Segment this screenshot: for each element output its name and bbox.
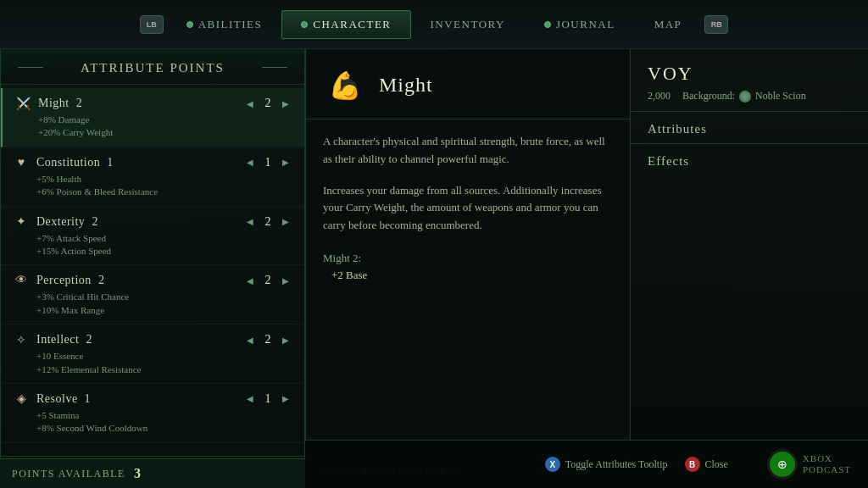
detail-description: A character's physical and spiritual str… <box>323 133 613 169</box>
attribute-item-resolve[interactable]: ◈ Resolve 1 ◀ 1 ▶ +5 Stamina+8% Second W… <box>1 384 304 443</box>
resolve-icon: ◈ <box>13 391 30 408</box>
detail-stat-value: +2 Base <box>323 269 613 282</box>
currency-display: 2,000 <box>648 90 670 103</box>
intellect-controls: ◀ 2 ▶ <box>243 333 292 347</box>
intellect-name: Intellect <box>36 333 79 347</box>
svg-text:⊕: ⊕ <box>777 458 787 471</box>
constitution-decrease-button[interactable]: ◀ <box>243 156 257 169</box>
might-increase-button[interactable]: ▶ <box>279 97 292 110</box>
perception-controls: ◀ 2 ▶ <box>243 274 292 287</box>
might-value: 2 <box>260 97 275 110</box>
dexterity-bonus: +7% Attack Speed+15% Action Speed <box>13 232 292 258</box>
xbox-branding: ⊕ XBOX PODCAST <box>754 449 851 480</box>
detail-effect: Increases your damage from all sources. … <box>323 182 613 235</box>
nav-items: ABILITIES CHARACTER INVENTORY JOURNAL MA… <box>167 10 702 39</box>
detail-header: 💪 Might <box>306 49 630 119</box>
might-icon: ⚔️ <box>14 95 31 112</box>
nav-dot-journal <box>544 21 551 28</box>
perception-value: 2 <box>260 274 275 287</box>
attribute-item-intellect[interactable]: ✧ Intellect 2 ◀ 2 ▶ +10 Essence+12% Elem… <box>1 324 304 384</box>
constitution-level: 1 <box>107 156 113 169</box>
character-name: VOY <box>648 63 851 85</box>
resolve-bonus: +5 Stamina+8% Second Wind Cooldown <box>13 409 292 435</box>
effects-header: Effects <box>648 154 851 169</box>
perception-decrease-button[interactable]: ◀ <box>243 274 257 287</box>
nav-item-journal[interactable]: JOURNAL <box>525 10 635 39</box>
constitution-increase-button[interactable]: ▶ <box>279 156 292 169</box>
detail-stat-label: Might 2: <box>323 252 613 265</box>
attribute-name-group-intellect: ✧ Intellect 2 <box>13 331 92 348</box>
toggle-tooltip-label: Toggle Attributes Tooltip <box>565 458 668 471</box>
dexterity-icon: ✦ <box>13 214 30 230</box>
dexterity-decrease-button[interactable]: ◀ <box>243 215 257 229</box>
perception-icon: 👁 <box>13 272 30 289</box>
detail-stat-section: Might 2: +2 Base <box>323 252 613 282</box>
panel-header: Attribute Points <box>1 49 304 85</box>
points-available-bar: POINTS AVAILABLE 3 <box>0 458 305 488</box>
intellect-bonus: +10 Essence+12% Elemental Resistance <box>13 350 292 376</box>
bottom-bar: X Toggle Attributes Tooltip B Close ⊕ XB… <box>305 440 868 488</box>
perception-level: 2 <box>98 274 104 287</box>
attribute-name-group-might: ⚔️ Might 2 <box>14 95 82 112</box>
intellect-increase-button[interactable]: ▶ <box>279 333 292 347</box>
detail-icon: 💪 <box>323 63 367 107</box>
attribute-name-group-resolve: ◈ Resolve 1 <box>13 391 91 408</box>
close-label: Close <box>705 458 728 471</box>
attribute-item-constitution[interactable]: ♥ Constitution 1 ◀ 1 ▶ +5% Health+6% Poi… <box>1 147 304 207</box>
resolve-controls: ◀ 1 ▶ <box>243 392 292 406</box>
might-name: Might <box>38 97 70 110</box>
dexterity-name: Dexterity <box>36 215 85 229</box>
nav-item-character[interactable]: CHARACTER <box>281 10 410 39</box>
nav-item-map[interactable]: MAP <box>635 10 702 39</box>
points-label: POINTS AVAILABLE <box>12 468 125 480</box>
left-bumper[interactable]: LB <box>140 15 164 34</box>
xbox-logo-icon: ⊕ <box>767 449 798 480</box>
resolve-increase-button[interactable]: ▶ <box>279 392 292 406</box>
perception-increase-button[interactable]: ▶ <box>279 274 292 287</box>
resolve-name: Resolve <box>36 392 78 406</box>
attributes-section-header: Attributes <box>631 112 868 144</box>
dexterity-controls: ◀ 2 ▶ <box>243 215 292 229</box>
resolve-level: 1 <box>85 392 91 406</box>
character-name-area: VOY 2,000 Background: Noble Scion <box>631 49 868 112</box>
attributes-list: ⚔️ Might 2 ◀ 2 ▶ +8% Damage+20% Carry We… <box>1 85 304 456</box>
might-decrease-button[interactable]: ◀ <box>243 97 257 110</box>
right-bumper[interactable]: RB <box>704 15 728 34</box>
constitution-controls: ◀ 1 ▶ <box>243 156 292 169</box>
background-value: Noble Scion <box>755 90 806 103</box>
detail-title: Might <box>379 74 433 97</box>
resolve-decrease-button[interactable]: ◀ <box>243 392 257 406</box>
resolve-value: 1 <box>260 392 275 406</box>
intellect-decrease-button[interactable]: ◀ <box>243 333 257 347</box>
might-level: 2 <box>76 97 82 110</box>
nav-label-inventory: INVENTORY <box>431 18 505 31</box>
nav-label-abilities: ABILITIES <box>198 18 263 31</box>
perception-bonus: +3% Critical Hit Chance+10% Max Range <box>13 291 292 317</box>
intellect-value: 2 <box>260 333 275 347</box>
close-key-badge: B <box>685 457 700 472</box>
main-content: Attribute Points ⚔️ Might 2 ◀ 2 ▶ +8% <box>0 49 868 488</box>
attribute-item-might[interactable]: ⚔️ Might 2 ◀ 2 ▶ +8% Damage+20% Carry We… <box>1 88 304 147</box>
effects-section: Effects <box>631 144 868 186</box>
nav-item-abilities[interactable]: ABILITIES <box>167 10 282 39</box>
points-count: 3 <box>134 466 141 481</box>
background-text: Background: <box>682 90 735 103</box>
attribute-item-dexterity[interactable]: ✦ Dexterity 2 ◀ 2 ▶ +7% Attack Speed+15%… <box>1 207 304 266</box>
close-action[interactable]: B Close <box>685 457 728 472</box>
attribute-item-perception[interactable]: 👁 Perception 2 ◀ 2 ▶ +3% Critical Hit Ch… <box>1 265 304 324</box>
nav-dot-abilities <box>186 21 193 28</box>
might-controls: ◀ 2 ▶ <box>243 97 292 110</box>
constitution-name: Constitution <box>36 156 100 169</box>
toggle-tooltip-action[interactable]: X Toggle Attributes Tooltip <box>545 457 668 472</box>
middle-panel: 💪 Might A character's physical and spiri… <box>305 49 631 488</box>
might-bonus: +8% Damage+20% Carry Weight <box>14 114 292 140</box>
attribute-name-group-perception: 👁 Perception 2 <box>13 272 104 289</box>
constitution-value: 1 <box>260 156 275 169</box>
right-panel: VOY 2,000 Background: Noble Scion Attrib… <box>631 49 868 488</box>
intellect-level: 2 <box>86 333 92 347</box>
toggle-key-badge: X <box>545 457 560 472</box>
background-icon <box>739 91 751 103</box>
nav-item-inventory[interactable]: INVENTORY <box>411 10 525 39</box>
dexterity-increase-button[interactable]: ▶ <box>279 215 292 229</box>
nav-label-character: CHARACTER <box>313 18 391 31</box>
